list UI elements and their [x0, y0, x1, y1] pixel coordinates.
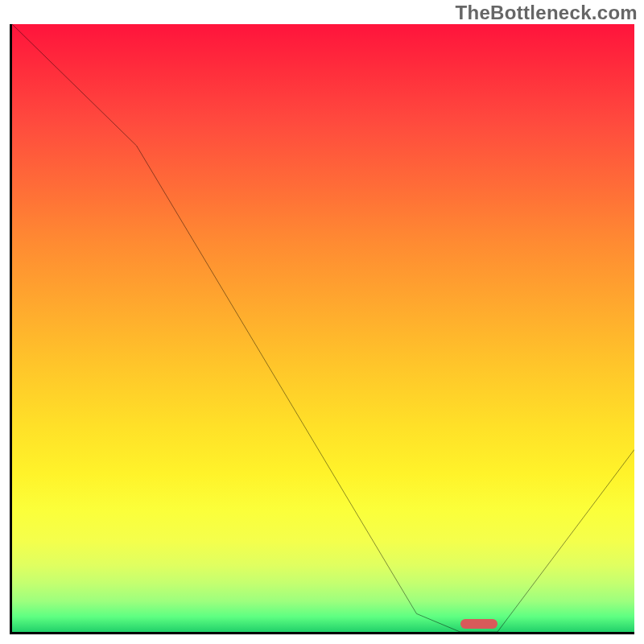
- bottleneck-curve: [12, 24, 634, 632]
- plot-area: [10, 24, 634, 634]
- chart-frame: TheBottleneck.com: [0, 0, 644, 644]
- optimum-marker: [460, 619, 497, 629]
- watermark-label: TheBottleneck.com: [456, 2, 638, 24]
